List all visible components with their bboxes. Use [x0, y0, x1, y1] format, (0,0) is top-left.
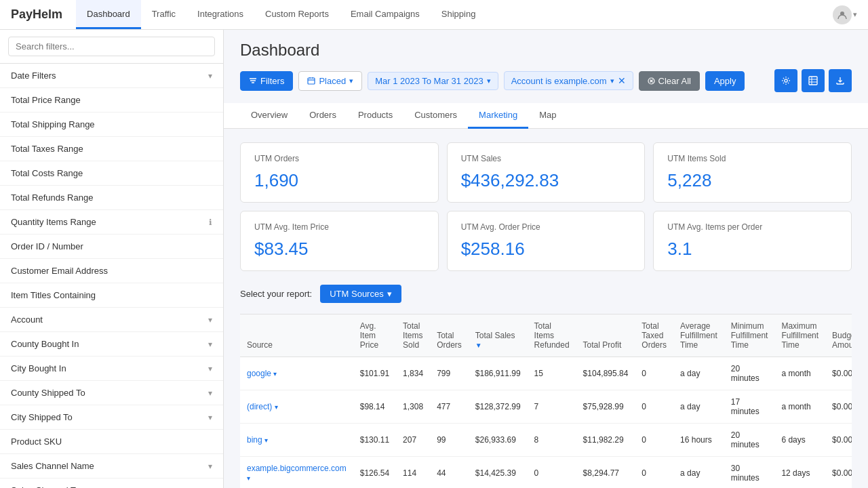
sidebar-item-account[interactable]: Account ▾	[0, 308, 223, 332]
col-header-budget-amount: Budget Amount	[825, 314, 852, 357]
sidebar-item-total-refunds-range[interactable]: Total Refunds Range	[0, 186, 223, 210]
sidebar-item-county-shipped-to[interactable]: County Shipped To ▾	[0, 381, 223, 405]
row-filter-icon[interactable]: ▾	[275, 403, 278, 411]
cell-total-items-sold: 207	[396, 424, 430, 457]
col-header-total-orders: Total Orders	[430, 314, 469, 357]
clear-all-button[interactable]: Clear All	[639, 71, 700, 91]
placed-chevron: ▾	[349, 77, 353, 85]
table-container: Source Avg. Item Price Total Items Sold …	[240, 314, 852, 488]
stat-value: 1,690	[254, 170, 425, 191]
cell-avg-fulfillment-time: a day	[673, 390, 724, 424]
cell-total-orders: 44	[430, 457, 469, 489]
sidebar-item-label: County Bought In	[11, 339, 79, 349]
sidebar-item-label: Item Titles Containing	[11, 290, 96, 300]
sidebar-item-label: Total Refunds Range	[11, 192, 93, 203]
sidebar-item-label: Total Shipping Range	[11, 119, 95, 129]
row-filter-icon[interactable]: ▾	[264, 436, 268, 444]
user-menu-chevron[interactable]: ▾	[853, 10, 857, 19]
cell-total-items-refunded: 8	[528, 424, 576, 457]
nav-menu: Dashboard Traffic Integrations Custom Re…	[76, 0, 486, 29]
table-row: bing ▾ $130.11 207 99 $26,933.69 8 $11,9…	[240, 424, 852, 457]
cell-total-items-sold: 1,308	[396, 390, 430, 424]
table-icon	[808, 76, 818, 85]
sidebar-item-total-price-range[interactable]: Total Price Range	[0, 88, 223, 113]
sidebar-item-sales-channel-type[interactable]: Sales Channel Type ▾	[0, 479, 223, 488]
download-button[interactable]	[829, 69, 852, 92]
cell-total-items-refunded: 15	[528, 357, 576, 390]
sidebar-item-total-taxes-range[interactable]: Total Taxes Range	[0, 137, 223, 161]
source-link[interactable]: example.bigcommerce.com	[247, 464, 347, 473]
nav-right-section: ▾	[833, 5, 857, 24]
top-navigation: PayHelm Dashboard Traffic Integrations C…	[0, 0, 868, 30]
nav-item-dashboard[interactable]: Dashboard	[76, 0, 141, 29]
stat-card-avg-item-price: UTM Avg. Item Price $83.45	[240, 211, 439, 271]
utm-sources-label: UTM Sources	[330, 289, 383, 299]
filters-button[interactable]: Filters	[240, 71, 293, 91]
stat-card-utm-sales: UTM Sales $436,292.83	[447, 142, 646, 203]
brand-logo[interactable]: PayHelm	[11, 7, 62, 22]
placed-button[interactable]: Placed ▾	[298, 71, 362, 91]
date-range-badge[interactable]: Mar 1 2023 To Mar 31 2023 ▾	[368, 72, 498, 90]
cell-total-items-refunded: 7	[528, 390, 576, 424]
tab-overview[interactable]: Overview	[240, 103, 298, 129]
table-row: google ▾ $101.91 1,834 799 $186,911.99 1…	[240, 357, 852, 390]
tab-map[interactable]: Map	[528, 103, 567, 129]
sidebar-item-city-shipped-to[interactable]: City Shipped To ▾	[0, 405, 223, 430]
stats-grid: UTM Orders 1,690 UTM Sales $436,292.83 U…	[240, 142, 852, 271]
sidebar-item-quantity-items-range[interactable]: Quantity Items Range ℹ	[0, 210, 223, 235]
col-header-total-taxed-orders: Total Taxed Orders	[635, 314, 673, 357]
tab-customers[interactable]: Customers	[403, 103, 468, 129]
source-link[interactable]: (direct)	[247, 402, 272, 411]
table-header-row: Source Avg. Item Price Total Items Sold …	[240, 314, 852, 357]
stat-card-avg-items-per-order: UTM Avg. Items per Order 3.1	[653, 211, 852, 271]
row-filter-icon[interactable]: ▾	[273, 370, 277, 378]
cell-max-fulfillment-time: 6 days	[774, 424, 825, 457]
stat-label: UTM Sales	[461, 154, 631, 163]
account-filter-badge[interactable]: Account is example.com ▾ ✕	[504, 71, 633, 90]
sidebar-item-date-filters[interactable]: Date Filters ▾	[0, 64, 223, 88]
row-filter-icon[interactable]: ▾	[247, 474, 250, 482]
sidebar-item-total-shipping-range[interactable]: Total Shipping Range	[0, 113, 223, 137]
sidebar-item-item-titles[interactable]: Item Titles Containing	[0, 283, 223, 308]
sidebar-item-order-id[interactable]: Order ID / Number	[0, 235, 223, 259]
cell-total-sales: $186,911.99	[469, 357, 528, 390]
sidebar-item-sales-channel-name[interactable]: Sales Channel Name ▾	[0, 454, 223, 479]
main-header: Dashboard Filters	[224, 30, 868, 92]
sidebar-item-county-bought-in[interactable]: County Bought In ▾	[0, 332, 223, 357]
cell-min-fulfillment-time: 30 minutes	[724, 457, 775, 489]
source-link[interactable]: google	[247, 369, 271, 378]
account-filter-clear-icon[interactable]: ✕	[618, 75, 626, 86]
stat-value: $436,292.83	[461, 170, 631, 191]
cell-total-sales: $128,372.99	[469, 390, 528, 424]
nav-item-custom-reports[interactable]: Custom Reports	[254, 0, 340, 29]
tab-orders[interactable]: Orders	[298, 103, 347, 129]
search-input[interactable]	[8, 37, 215, 56]
nav-item-traffic[interactable]: Traffic	[141, 0, 186, 29]
tab-marketing[interactable]: Marketing	[468, 103, 528, 129]
user-avatar-button[interactable]	[833, 5, 852, 24]
utm-sources-dropdown[interactable]: UTM Sources ▾	[320, 285, 401, 303]
sidebar-item-product-sku[interactable]: Product SKU	[0, 430, 223, 454]
nav-item-email-campaigns[interactable]: Email Campaigns	[340, 0, 431, 29]
nav-item-integrations[interactable]: Integrations	[186, 0, 254, 29]
tab-products[interactable]: Products	[347, 103, 403, 129]
sidebar-item-label: Total Price Range	[11, 95, 81, 105]
sidebar-item-city-bought-in[interactable]: City Bought In ▾	[0, 357, 223, 381]
cell-total-orders: 799	[430, 357, 469, 390]
col-header-total-sales[interactable]: Total Sales ▼	[469, 314, 528, 357]
cell-total-orders: 477	[430, 390, 469, 424]
sidebar-item-label: Total Costs Range	[11, 168, 83, 178]
sidebar-item-total-costs-range[interactable]: Total Costs Range	[0, 161, 223, 186]
content-area: UTM Orders 1,690 UTM Sales $436,292.83 U…	[224, 129, 868, 488]
stat-label: UTM Avg. Item Price	[254, 222, 425, 232]
account-filter-text: Account is example.com	[511, 76, 607, 86]
settings-button[interactable]	[774, 69, 797, 92]
svg-point-11	[785, 79, 787, 82]
apply-button[interactable]: Apply	[705, 71, 745, 91]
source-link[interactable]: bing	[247, 435, 262, 445]
cell-total-items-sold: 114	[396, 457, 430, 489]
sidebar-item-customer-email[interactable]: Customer Email Address	[0, 259, 223, 283]
nav-item-shipping[interactable]: Shipping	[431, 0, 487, 29]
stat-label: UTM Avg. Order Price	[461, 222, 631, 232]
export-table-button[interactable]	[802, 69, 825, 92]
